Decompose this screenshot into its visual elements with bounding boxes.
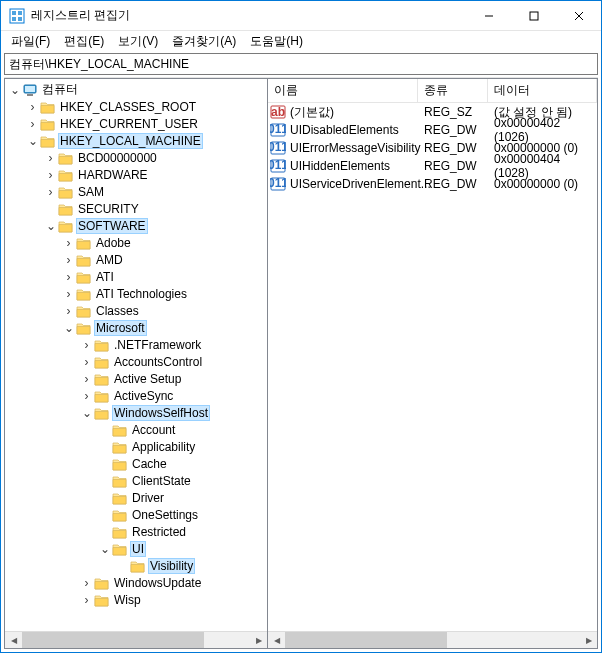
title-bar: 레지스트리 편집기 <box>1 1 601 31</box>
value-icon <box>270 176 286 192</box>
list-body[interactable]: (기본값)REG_SZ(값 설정 안 됨)UIDisabledElementsR… <box>268 103 597 631</box>
tree-software[interactable]: SOFTWARE <box>76 218 148 234</box>
address-bar[interactable]: 컴퓨터\HKEY_LOCAL_MACHINE <box>4 53 598 75</box>
tree-clientstate[interactable]: ClientState <box>130 474 193 488</box>
registry-tree[interactable]: ⌄ 컴퓨터 ›HKEY_CLASSES_ROOT ›HKEY_CURRENT_U… <box>5 79 267 631</box>
scroll-left-icon[interactable]: ◀ <box>5 632 22 649</box>
menu-help[interactable]: 도움말(H) <box>244 31 309 52</box>
tree-applicability[interactable]: Applicability <box>130 440 197 454</box>
tree-hklm[interactable]: HKEY_LOCAL_MACHINE <box>58 133 203 149</box>
list-row[interactable]: UIHiddenElementsREG_DW0x00000404 (1028) <box>268 157 597 175</box>
tree-ui[interactable]: UI <box>130 541 146 557</box>
folder-icon <box>40 117 56 131</box>
tree-netfw[interactable]: .NETFramework <box>112 338 203 352</box>
folder-icon <box>94 372 110 386</box>
col-name[interactable]: 이름 <box>268 79 418 102</box>
tree-account[interactable]: Account <box>130 423 177 437</box>
value-icon <box>270 104 286 120</box>
value-data: 0x00000000 (0) <box>488 177 597 191</box>
expand-toggle[interactable]: › <box>79 355 94 369</box>
tree-root[interactable]: 컴퓨터 <box>40 81 80 98</box>
expand-toggle[interactable]: › <box>79 389 94 403</box>
tree-wisp[interactable]: Wisp <box>112 593 143 607</box>
tree-hkcu[interactable]: HKEY_CURRENT_USER <box>58 117 200 131</box>
tree-h-scrollbar[interactable]: ◀ ▶ <box>5 631 267 648</box>
scroll-right-icon[interactable]: ▶ <box>250 632 267 649</box>
tree-hardware[interactable]: HARDWARE <box>76 168 150 182</box>
folder-icon <box>112 457 128 471</box>
folder-icon <box>112 525 128 539</box>
expand-toggle[interactable]: ⌄ <box>79 406 94 420</box>
folder-icon <box>94 593 110 607</box>
value-name: UIHiddenElements <box>290 159 390 173</box>
folder-icon <box>76 321 92 335</box>
tree-driver[interactable]: Driver <box>130 491 166 505</box>
expand-toggle[interactable]: › <box>79 372 94 386</box>
value-type: REG_DW <box>418 177 488 191</box>
list-h-scrollbar[interactable]: ◀ ▶ <box>268 631 597 648</box>
folder-icon <box>76 236 92 250</box>
tree-security[interactable]: SECURITY <box>76 202 141 216</box>
expand-toggle[interactable]: › <box>79 576 94 590</box>
minimize-button[interactable] <box>466 1 511 30</box>
folder-icon <box>76 253 92 267</box>
scroll-left-icon[interactable]: ◀ <box>268 632 285 649</box>
expand-toggle[interactable]: ⌄ <box>43 219 58 233</box>
expand-toggle[interactable]: › <box>61 270 76 284</box>
expand-toggle[interactable]: ⌄ <box>25 134 40 148</box>
value-icon <box>270 158 286 174</box>
tree-atitech[interactable]: ATI Technologies <box>94 287 189 301</box>
close-button[interactable] <box>556 1 601 30</box>
expand-toggle[interactable]: › <box>61 287 76 301</box>
tree-onesettings[interactable]: OneSettings <box>130 508 200 522</box>
expand-toggle[interactable]: ⌄ <box>61 321 76 335</box>
col-data[interactable]: 데이터 <box>488 79 597 102</box>
expand-toggle[interactable]: › <box>79 593 94 607</box>
tree-adobe[interactable]: Adobe <box>94 236 133 250</box>
tree-amd[interactable]: AMD <box>94 253 125 267</box>
expand-toggle[interactable]: › <box>79 338 94 352</box>
list-row[interactable]: UIDisabledElementsREG_DW0x00000402 (1026… <box>268 121 597 139</box>
value-data: 0x00000402 (1026) <box>488 116 597 144</box>
list-header: 이름 종류 데이터 <box>268 79 597 103</box>
list-row[interactable]: UIServiceDrivenElement...REG_DW0x0000000… <box>268 175 597 193</box>
menu-bar: 파일(F) 편집(E) 보기(V) 즐겨찾기(A) 도움말(H) <box>1 31 601 51</box>
value-name: UIErrorMessageVisibility <box>290 141 420 155</box>
scroll-right-icon[interactable]: ▶ <box>580 632 597 649</box>
expand-toggle[interactable]: › <box>43 151 58 165</box>
expand-toggle[interactable]: › <box>25 117 40 131</box>
tree-windowsupdate[interactable]: WindowsUpdate <box>112 576 203 590</box>
tree-restricted[interactable]: Restricted <box>130 525 188 539</box>
tree-activesetup[interactable]: Active Setup <box>112 372 183 386</box>
expand-toggle[interactable]: › <box>25 100 40 114</box>
tree-classes[interactable]: Classes <box>94 304 141 318</box>
expand-toggle[interactable]: › <box>43 185 58 199</box>
menu-edit[interactable]: 편집(E) <box>58 31 110 52</box>
expand-toggle[interactable]: › <box>61 236 76 250</box>
tree-activesync[interactable]: ActiveSync <box>112 389 175 403</box>
menu-view[interactable]: 보기(V) <box>112 31 164 52</box>
tree-visibility[interactable]: Visibility <box>148 558 195 574</box>
expand-toggle[interactable]: ⌄ <box>7 83 22 97</box>
tree-sam[interactable]: SAM <box>76 185 106 199</box>
tree-accountscontrol[interactable]: AccountsControl <box>112 355 204 369</box>
expand-toggle[interactable]: › <box>61 304 76 318</box>
menu-favorites[interactable]: 즐겨찾기(A) <box>166 31 242 52</box>
tree-hkcr[interactable]: HKEY_CLASSES_ROOT <box>58 100 198 114</box>
computer-icon <box>22 83 38 97</box>
value-type: REG_DW <box>418 123 488 137</box>
maximize-button[interactable] <box>511 1 556 30</box>
expand-toggle[interactable]: › <box>61 253 76 267</box>
app-icon <box>9 8 25 24</box>
expand-toggle[interactable]: › <box>43 168 58 182</box>
tree-cache[interactable]: Cache <box>130 457 169 471</box>
menu-file[interactable]: 파일(F) <box>5 31 56 52</box>
tree-wsh[interactable]: WindowsSelfHost <box>112 405 210 421</box>
col-type[interactable]: 종류 <box>418 79 488 102</box>
tree-bcd[interactable]: BCD00000000 <box>76 151 159 165</box>
folder-icon <box>112 491 128 505</box>
expand-toggle[interactable]: ⌄ <box>97 542 112 556</box>
tree-microsoft[interactable]: Microsoft <box>94 320 147 336</box>
value-name: UIServiceDrivenElement... <box>290 177 431 191</box>
tree-ati[interactable]: ATI <box>94 270 116 284</box>
